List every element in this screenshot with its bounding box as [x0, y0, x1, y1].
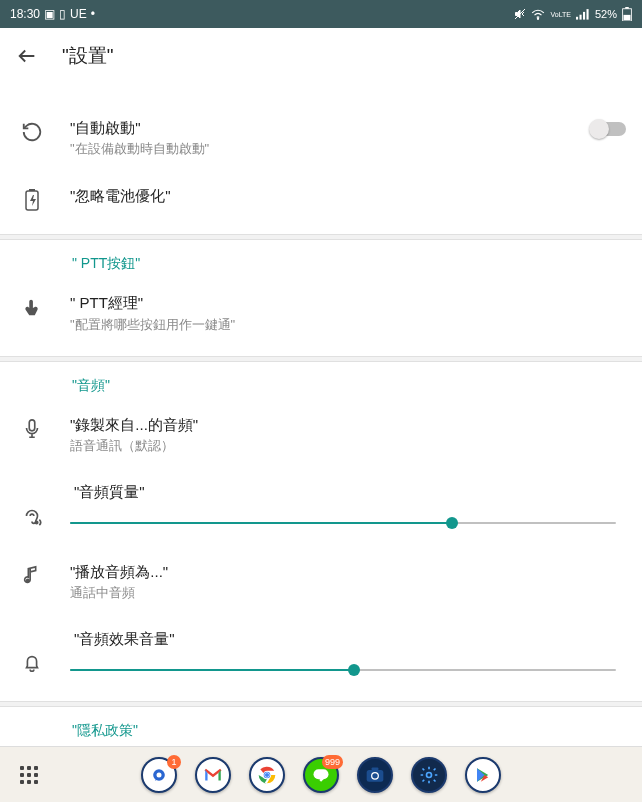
svg-rect-5: [586, 9, 588, 20]
fx-volume-slider[interactable]: [70, 669, 616, 671]
svg-rect-11: [29, 419, 35, 430]
section-header-privacy: "隱私政策": [0, 707, 642, 746]
autostart-title: "自動啟動": [70, 118, 566, 138]
autostart-switch[interactable]: [592, 122, 626, 136]
app-bar: "設置": [0, 28, 642, 84]
signal-icon: [576, 8, 590, 20]
bell-icon: [20, 651, 44, 675]
svg-point-12: [35, 521, 37, 523]
back-button[interactable]: [16, 45, 38, 67]
svg-point-13: [26, 578, 30, 582]
dock-app-line-badge: 999: [322, 755, 343, 769]
row-quality[interactable]: "音頻質量": [0, 469, 642, 540]
app-drawer-button[interactable]: [20, 766, 38, 784]
play-as-subtitle: 通話中音頻: [70, 584, 626, 602]
ptt-manager-title: " PTT經理": [70, 293, 626, 313]
ptt-header-label: " PTT按鈕": [72, 255, 140, 271]
svg-rect-4: [583, 12, 585, 20]
section-header-ptt: " PTT按鈕": [0, 240, 642, 279]
note-icon: [20, 564, 44, 588]
page-title: "設置": [62, 43, 114, 69]
ptt-manager-subtitle: "配置將哪些按鈕用作一鍵通": [70, 316, 626, 334]
svg-rect-20: [314, 769, 329, 779]
svg-rect-22: [372, 767, 379, 771]
volte-icon: VoLTE: [550, 11, 571, 18]
svg-point-15: [157, 772, 162, 777]
row-battery[interactable]: "忽略電池優化": [0, 172, 642, 226]
battery-charge-icon: [20, 188, 44, 212]
record-subtitle: 語音通訊（默認）: [70, 437, 626, 455]
svg-rect-3: [579, 15, 581, 20]
autostart-subtitle: "在設備啟動時自動啟動": [70, 140, 566, 158]
quality-title: "音頻質量": [74, 483, 616, 502]
notif-icon-photo: ▣: [44, 7, 55, 21]
row-record[interactable]: "錄製來自...的音頻" 語音通訊（默認）: [0, 401, 642, 469]
fx-volume-title: "音頻效果音量": [74, 630, 616, 649]
privacy-header-label: "隱私政策": [72, 722, 138, 738]
record-title: "錄製來自...的音頻": [70, 415, 626, 435]
play-as-title: "播放音頻為...": [70, 562, 626, 582]
svg-rect-2: [576, 17, 578, 20]
row-fx-volume[interactable]: "音頻效果音量": [0, 616, 642, 687]
settings-content: "自動啟動" "在設備啟動時自動啟動" "忽略電池優化" " PTT按鈕": [0, 84, 642, 746]
dock-app-play[interactable]: [465, 757, 501, 793]
section-header-audio: "音頻": [0, 362, 642, 401]
restart-icon: [20, 120, 44, 144]
audio-header-label: "音頻": [72, 377, 110, 393]
row-play-as[interactable]: "播放音頻為..." 通話中音頻: [0, 540, 642, 616]
dock-app-chat-badge: 1: [167, 755, 181, 769]
touch-icon: [20, 295, 44, 319]
battery-percent: 52%: [595, 8, 617, 20]
battery-icon: [622, 7, 632, 21]
svg-point-1: [538, 18, 539, 19]
dock: 1 999: [0, 746, 642, 802]
status-bar: 18:30 ▣ ▯ UE • VoLTE 52%: [0, 0, 642, 28]
wifi-icon: [531, 8, 545, 20]
notif-dot-icon: •: [91, 7, 95, 21]
status-carrier: UE: [70, 7, 87, 21]
dock-app-line[interactable]: 999: [303, 757, 339, 793]
svg-point-24: [427, 772, 432, 777]
row-ptt-manager[interactable]: " PTT經理" "配置將哪些按鈕用作一鍵通": [0, 279, 642, 347]
dock-app-gmail[interactable]: [195, 757, 231, 793]
svg-point-19: [265, 772, 269, 776]
dock-app-settings[interactable]: [411, 757, 447, 793]
dock-app-camera[interactable]: [357, 757, 393, 793]
ear-icon: [20, 504, 44, 528]
quality-slider[interactable]: [70, 522, 616, 524]
mute-icon: [514, 8, 526, 20]
row-autostart[interactable]: "自動啟動" "在設備啟動時自動啟動": [0, 104, 642, 172]
status-time: 18:30: [10, 7, 40, 21]
svg-rect-21: [367, 770, 384, 782]
battery-title: "忽略電池優化": [70, 186, 626, 206]
mic-icon: [20, 417, 44, 441]
dock-app-chat[interactable]: 1: [141, 757, 177, 793]
dock-app-chrome[interactable]: [249, 757, 285, 793]
svg-rect-8: [624, 15, 631, 20]
notif-icon-doc: ▯: [59, 7, 66, 21]
